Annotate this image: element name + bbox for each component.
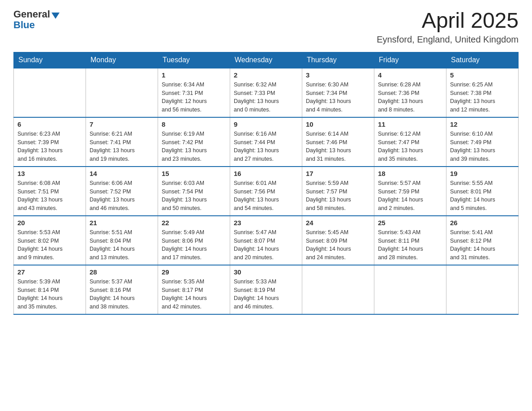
calendar-cell: 21Sunrise: 5:51 AM Sunset: 8:04 PM Dayli… <box>86 216 158 265</box>
day-info: Sunrise: 5:47 AM Sunset: 8:07 PM Dayligh… <box>234 228 298 262</box>
day-info: Sunrise: 6:10 AM Sunset: 7:49 PM Dayligh… <box>450 130 515 163</box>
day-number: 9 <box>234 120 298 128</box>
calendar-cell: 14Sunrise: 6:06 AM Sunset: 7:52 PM Dayli… <box>86 167 158 216</box>
day-info: Sunrise: 6:03 AM Sunset: 7:54 PM Dayligh… <box>162 179 226 213</box>
day-number: 12 <box>450 120 515 128</box>
day-number: 14 <box>90 170 154 177</box>
calendar-cell: 12Sunrise: 6:10 AM Sunset: 7:49 PM Dayli… <box>446 117 519 167</box>
day-info: Sunrise: 6:34 AM Sunset: 7:31 PM Dayligh… <box>162 81 226 114</box>
day-number: 1 <box>162 71 226 79</box>
day-info: Sunrise: 5:35 AM Sunset: 8:17 PM Dayligh… <box>162 278 226 311</box>
calendar-week-3: 13Sunrise: 6:08 AM Sunset: 7:51 PM Dayli… <box>14 167 519 216</box>
logo: General Blue <box>13 9 60 30</box>
day-info: Sunrise: 5:33 AM Sunset: 8:19 PM Dayligh… <box>234 278 298 311</box>
day-number: 16 <box>234 170 298 177</box>
calendar-cell: 23Sunrise: 5:47 AM Sunset: 8:07 PM Dayli… <box>230 216 302 265</box>
calendar-cell: 29Sunrise: 5:35 AM Sunset: 8:17 PM Dayli… <box>158 265 230 314</box>
day-number: 22 <box>162 219 226 227</box>
day-number: 17 <box>306 170 370 177</box>
calendar-cell: 20Sunrise: 5:53 AM Sunset: 8:02 PM Dayli… <box>14 216 86 265</box>
day-number: 19 <box>450 170 515 177</box>
day-number: 18 <box>378 170 442 177</box>
day-number: 2 <box>234 71 298 79</box>
day-number: 4 <box>378 71 442 79</box>
calendar-cell: 30Sunrise: 5:33 AM Sunset: 8:19 PM Dayli… <box>230 265 302 314</box>
day-info: Sunrise: 6:19 AM Sunset: 7:42 PM Dayligh… <box>162 130 226 163</box>
calendar-cell <box>446 265 519 314</box>
calendar-cell: 6Sunrise: 6:23 AM Sunset: 7:39 PM Daylig… <box>14 117 86 167</box>
col-header-saturday: Saturday <box>446 52 519 68</box>
day-info: Sunrise: 5:51 AM Sunset: 8:04 PM Dayligh… <box>90 228 154 262</box>
day-info: Sunrise: 6:16 AM Sunset: 7:44 PM Dayligh… <box>234 130 298 163</box>
day-info: Sunrise: 5:43 AM Sunset: 8:11 PM Dayligh… <box>378 228 442 262</box>
day-info: Sunrise: 6:06 AM Sunset: 7:52 PM Dayligh… <box>90 179 154 213</box>
day-number: 26 <box>450 219 515 227</box>
calendar-cell: 26Sunrise: 5:41 AM Sunset: 8:12 PM Dayli… <box>446 216 519 265</box>
calendar-cell: 24Sunrise: 5:45 AM Sunset: 8:09 PM Dayli… <box>302 216 374 265</box>
calendar-cell: 5Sunrise: 6:25 AM Sunset: 7:38 PM Daylig… <box>446 68 519 117</box>
day-number: 29 <box>162 268 226 276</box>
logo-triangle-icon <box>51 13 60 19</box>
col-header-tuesday: Tuesday <box>158 52 230 68</box>
calendar-cell: 11Sunrise: 6:12 AM Sunset: 7:47 PM Dayli… <box>374 117 446 167</box>
calendar-cell: 2Sunrise: 6:32 AM Sunset: 7:33 PM Daylig… <box>230 68 302 117</box>
day-info: Sunrise: 5:45 AM Sunset: 8:09 PM Dayligh… <box>306 228 370 262</box>
day-number: 27 <box>17 268 82 276</box>
day-number: 25 <box>378 219 442 227</box>
col-header-wednesday: Wednesday <box>230 52 302 68</box>
logo-general: General <box>13 9 50 20</box>
calendar-cell: 3Sunrise: 6:30 AM Sunset: 7:34 PM Daylig… <box>302 68 374 117</box>
calendar-cell: 18Sunrise: 5:57 AM Sunset: 7:59 PM Dayli… <box>374 167 446 216</box>
day-number: 7 <box>90 120 154 128</box>
day-info: Sunrise: 5:41 AM Sunset: 8:12 PM Dayligh… <box>450 228 515 262</box>
day-number: 3 <box>306 71 370 79</box>
calendar-cell: 4Sunrise: 6:28 AM Sunset: 7:36 PM Daylig… <box>374 68 446 117</box>
day-info: Sunrise: 6:14 AM Sunset: 7:46 PM Dayligh… <box>306 130 370 163</box>
day-number: 20 <box>17 219 82 227</box>
calendar-cell <box>302 265 374 314</box>
day-info: Sunrise: 6:25 AM Sunset: 7:38 PM Dayligh… <box>450 81 515 114</box>
calendar-week-4: 20Sunrise: 5:53 AM Sunset: 8:02 PM Dayli… <box>14 216 519 265</box>
calendar-cell: 9Sunrise: 6:16 AM Sunset: 7:44 PM Daylig… <box>230 117 302 167</box>
calendar-cell: 8Sunrise: 6:19 AM Sunset: 7:42 PM Daylig… <box>158 117 230 167</box>
day-info: Sunrise: 5:39 AM Sunset: 8:14 PM Dayligh… <box>17 278 82 311</box>
day-number: 15 <box>162 170 226 177</box>
calendar-cell: 22Sunrise: 5:49 AM Sunset: 8:06 PM Dayli… <box>158 216 230 265</box>
title-section: April 2025 Eynsford, England, United Kin… <box>377 9 519 45</box>
day-info: Sunrise: 6:08 AM Sunset: 7:51 PM Dayligh… <box>17 179 82 213</box>
logo-blue: Blue <box>13 19 35 30</box>
day-info: Sunrise: 6:21 AM Sunset: 7:41 PM Dayligh… <box>90 130 154 163</box>
location-subtitle: Eynsford, England, United Kingdom <box>377 34 519 45</box>
calendar-cell: 16Sunrise: 6:01 AM Sunset: 7:56 PM Dayli… <box>230 167 302 216</box>
day-info: Sunrise: 5:57 AM Sunset: 7:59 PM Dayligh… <box>378 179 442 213</box>
calendar-cell: 27Sunrise: 5:39 AM Sunset: 8:14 PM Dayli… <box>14 265 86 314</box>
day-number: 6 <box>17 120 82 128</box>
day-number: 8 <box>162 120 226 128</box>
col-header-sunday: Sunday <box>14 52 86 68</box>
day-number: 24 <box>306 219 370 227</box>
day-info: Sunrise: 5:37 AM Sunset: 8:16 PM Dayligh… <box>90 278 154 311</box>
calendar-cell: 13Sunrise: 6:08 AM Sunset: 7:51 PM Dayli… <box>14 167 86 216</box>
day-number: 30 <box>234 268 298 276</box>
calendar-cell: 7Sunrise: 6:21 AM Sunset: 7:41 PM Daylig… <box>86 117 158 167</box>
day-info: Sunrise: 6:01 AM Sunset: 7:56 PM Dayligh… <box>234 179 298 213</box>
calendar-cell: 1Sunrise: 6:34 AM Sunset: 7:31 PM Daylig… <box>158 68 230 117</box>
col-header-friday: Friday <box>374 52 446 68</box>
calendar-header-row: SundayMondayTuesdayWednesdayThursdayFrid… <box>14 52 519 68</box>
col-header-monday: Monday <box>86 52 158 68</box>
calendar-cell: 19Sunrise: 5:55 AM Sunset: 8:01 PM Dayli… <box>446 167 519 216</box>
calendar-cell: 10Sunrise: 6:14 AM Sunset: 7:46 PM Dayli… <box>302 117 374 167</box>
calendar-week-5: 27Sunrise: 5:39 AM Sunset: 8:14 PM Dayli… <box>14 265 519 314</box>
calendar-cell: 17Sunrise: 5:59 AM Sunset: 7:57 PM Dayli… <box>302 167 374 216</box>
calendar-week-1: 1Sunrise: 6:34 AM Sunset: 7:31 PM Daylig… <box>14 68 519 117</box>
calendar-cell <box>86 68 158 117</box>
day-info: Sunrise: 6:30 AM Sunset: 7:34 PM Dayligh… <box>306 81 370 114</box>
day-number: 28 <box>90 268 154 276</box>
calendar-week-2: 6Sunrise: 6:23 AM Sunset: 7:39 PM Daylig… <box>14 117 519 167</box>
day-number: 23 <box>234 219 298 227</box>
calendar-table: SundayMondayTuesdayWednesdayThursdayFrid… <box>13 52 519 315</box>
day-number: 21 <box>90 219 154 227</box>
day-info: Sunrise: 6:32 AM Sunset: 7:33 PM Dayligh… <box>234 81 298 114</box>
calendar-cell: 25Sunrise: 5:43 AM Sunset: 8:11 PM Dayli… <box>374 216 446 265</box>
month-title: April 2025 <box>377 9 519 33</box>
